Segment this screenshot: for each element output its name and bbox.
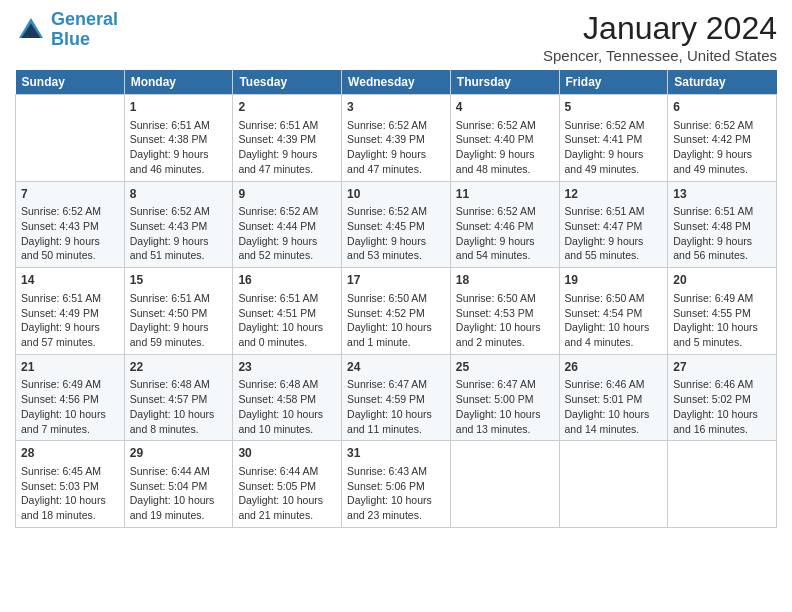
day-info: Sunrise: 6:52 AMSunset: 4:42 PMDaylight:… xyxy=(673,118,771,177)
day-number: 22 xyxy=(130,359,228,376)
day-number: 12 xyxy=(565,186,663,203)
day-info: Sunrise: 6:51 AMSunset: 4:49 PMDaylight:… xyxy=(21,291,119,350)
week-row-2: 7Sunrise: 6:52 AMSunset: 4:43 PMDaylight… xyxy=(16,181,777,268)
day-number: 16 xyxy=(238,272,336,289)
table-cell xyxy=(16,95,125,182)
table-cell: 17Sunrise: 6:50 AMSunset: 4:52 PMDayligh… xyxy=(342,268,451,355)
header-sunday: Sunday xyxy=(16,70,125,95)
week-row-3: 14Sunrise: 6:51 AMSunset: 4:49 PMDayligh… xyxy=(16,268,777,355)
table-cell: 20Sunrise: 6:49 AMSunset: 4:55 PMDayligh… xyxy=(668,268,777,355)
day-info: Sunrise: 6:47 AMSunset: 5:00 PMDaylight:… xyxy=(456,377,554,436)
calendar-table: Sunday Monday Tuesday Wednesday Thursday… xyxy=(15,70,777,528)
day-number: 20 xyxy=(673,272,771,289)
day-info: Sunrise: 6:44 AMSunset: 5:05 PMDaylight:… xyxy=(238,464,336,523)
table-cell xyxy=(559,441,668,528)
day-number: 29 xyxy=(130,445,228,462)
table-cell: 25Sunrise: 6:47 AMSunset: 5:00 PMDayligh… xyxy=(450,354,559,441)
table-cell: 23Sunrise: 6:48 AMSunset: 4:58 PMDayligh… xyxy=(233,354,342,441)
table-cell: 1Sunrise: 6:51 AMSunset: 4:38 PMDaylight… xyxy=(124,95,233,182)
day-info: Sunrise: 6:43 AMSunset: 5:06 PMDaylight:… xyxy=(347,464,445,523)
day-number: 27 xyxy=(673,359,771,376)
day-info: Sunrise: 6:50 AMSunset: 4:52 PMDaylight:… xyxy=(347,291,445,350)
day-number: 15 xyxy=(130,272,228,289)
day-info: Sunrise: 6:51 AMSunset: 4:51 PMDaylight:… xyxy=(238,291,336,350)
day-number: 10 xyxy=(347,186,445,203)
day-info: Sunrise: 6:49 AMSunset: 4:55 PMDaylight:… xyxy=(673,291,771,350)
day-info: Sunrise: 6:48 AMSunset: 4:58 PMDaylight:… xyxy=(238,377,336,436)
header-monday: Monday xyxy=(124,70,233,95)
header-saturday: Saturday xyxy=(668,70,777,95)
day-number: 26 xyxy=(565,359,663,376)
table-cell xyxy=(668,441,777,528)
header-thursday: Thursday xyxy=(450,70,559,95)
day-info: Sunrise: 6:50 AMSunset: 4:53 PMDaylight:… xyxy=(456,291,554,350)
day-number: 4 xyxy=(456,99,554,116)
table-cell: 22Sunrise: 6:48 AMSunset: 4:57 PMDayligh… xyxy=(124,354,233,441)
table-cell: 16Sunrise: 6:51 AMSunset: 4:51 PMDayligh… xyxy=(233,268,342,355)
logo: GeneralBlue xyxy=(15,10,118,50)
location: Spencer, Tennessee, United States xyxy=(543,47,777,64)
day-number: 18 xyxy=(456,272,554,289)
week-row-1: 1Sunrise: 6:51 AMSunset: 4:38 PMDaylight… xyxy=(16,95,777,182)
header-tuesday: Tuesday xyxy=(233,70,342,95)
day-info: Sunrise: 6:51 AMSunset: 4:38 PMDaylight:… xyxy=(130,118,228,177)
week-row-5: 28Sunrise: 6:45 AMSunset: 5:03 PMDayligh… xyxy=(16,441,777,528)
page-header: GeneralBlue January 2024 Spencer, Tennes… xyxy=(15,10,777,64)
day-info: Sunrise: 6:45 AMSunset: 5:03 PMDaylight:… xyxy=(21,464,119,523)
day-info: Sunrise: 6:51 AMSunset: 4:48 PMDaylight:… xyxy=(673,204,771,263)
day-info: Sunrise: 6:52 AMSunset: 4:39 PMDaylight:… xyxy=(347,118,445,177)
day-number: 11 xyxy=(456,186,554,203)
table-cell: 11Sunrise: 6:52 AMSunset: 4:46 PMDayligh… xyxy=(450,181,559,268)
day-number: 17 xyxy=(347,272,445,289)
day-info: Sunrise: 6:49 AMSunset: 4:56 PMDaylight:… xyxy=(21,377,119,436)
table-cell: 6Sunrise: 6:52 AMSunset: 4:42 PMDaylight… xyxy=(668,95,777,182)
day-number: 14 xyxy=(21,272,119,289)
day-number: 8 xyxy=(130,186,228,203)
day-info: Sunrise: 6:48 AMSunset: 4:57 PMDaylight:… xyxy=(130,377,228,436)
header-wednesday: Wednesday xyxy=(342,70,451,95)
day-info: Sunrise: 6:46 AMSunset: 5:01 PMDaylight:… xyxy=(565,377,663,436)
day-info: Sunrise: 6:46 AMSunset: 5:02 PMDaylight:… xyxy=(673,377,771,436)
day-info: Sunrise: 6:52 AMSunset: 4:45 PMDaylight:… xyxy=(347,204,445,263)
table-cell: 3Sunrise: 6:52 AMSunset: 4:39 PMDaylight… xyxy=(342,95,451,182)
table-cell: 21Sunrise: 6:49 AMSunset: 4:56 PMDayligh… xyxy=(16,354,125,441)
table-cell: 13Sunrise: 6:51 AMSunset: 4:48 PMDayligh… xyxy=(668,181,777,268)
table-cell: 15Sunrise: 6:51 AMSunset: 4:50 PMDayligh… xyxy=(124,268,233,355)
day-info: Sunrise: 6:47 AMSunset: 4:59 PMDaylight:… xyxy=(347,377,445,436)
table-cell: 30Sunrise: 6:44 AMSunset: 5:05 PMDayligh… xyxy=(233,441,342,528)
day-info: Sunrise: 6:52 AMSunset: 4:43 PMDaylight:… xyxy=(21,204,119,263)
day-number: 25 xyxy=(456,359,554,376)
table-cell: 10Sunrise: 6:52 AMSunset: 4:45 PMDayligh… xyxy=(342,181,451,268)
day-info: Sunrise: 6:52 AMSunset: 4:44 PMDaylight:… xyxy=(238,204,336,263)
month-title: January 2024 xyxy=(543,10,777,47)
table-cell: 14Sunrise: 6:51 AMSunset: 4:49 PMDayligh… xyxy=(16,268,125,355)
table-cell: 31Sunrise: 6:43 AMSunset: 5:06 PMDayligh… xyxy=(342,441,451,528)
day-info: Sunrise: 6:52 AMSunset: 4:41 PMDaylight:… xyxy=(565,118,663,177)
table-cell: 8Sunrise: 6:52 AMSunset: 4:43 PMDaylight… xyxy=(124,181,233,268)
table-cell: 24Sunrise: 6:47 AMSunset: 4:59 PMDayligh… xyxy=(342,354,451,441)
table-cell: 7Sunrise: 6:52 AMSunset: 4:43 PMDaylight… xyxy=(16,181,125,268)
day-number: 21 xyxy=(21,359,119,376)
day-number: 6 xyxy=(673,99,771,116)
day-number: 30 xyxy=(238,445,336,462)
day-number: 2 xyxy=(238,99,336,116)
table-cell: 4Sunrise: 6:52 AMSunset: 4:40 PMDaylight… xyxy=(450,95,559,182)
table-cell: 2Sunrise: 6:51 AMSunset: 4:39 PMDaylight… xyxy=(233,95,342,182)
header-row: Sunday Monday Tuesday Wednesday Thursday… xyxy=(16,70,777,95)
day-number: 1 xyxy=(130,99,228,116)
week-row-4: 21Sunrise: 6:49 AMSunset: 4:56 PMDayligh… xyxy=(16,354,777,441)
day-number: 28 xyxy=(21,445,119,462)
day-number: 5 xyxy=(565,99,663,116)
day-number: 9 xyxy=(238,186,336,203)
table-cell: 28Sunrise: 6:45 AMSunset: 5:03 PMDayligh… xyxy=(16,441,125,528)
day-info: Sunrise: 6:52 AMSunset: 4:46 PMDaylight:… xyxy=(456,204,554,263)
table-cell: 12Sunrise: 6:51 AMSunset: 4:47 PMDayligh… xyxy=(559,181,668,268)
day-info: Sunrise: 6:50 AMSunset: 4:54 PMDaylight:… xyxy=(565,291,663,350)
day-number: 24 xyxy=(347,359,445,376)
title-block: January 2024 Spencer, Tennessee, United … xyxy=(543,10,777,64)
day-info: Sunrise: 6:51 AMSunset: 4:47 PMDaylight:… xyxy=(565,204,663,263)
day-number: 23 xyxy=(238,359,336,376)
table-cell: 27Sunrise: 6:46 AMSunset: 5:02 PMDayligh… xyxy=(668,354,777,441)
logo-icon xyxy=(15,14,47,46)
day-info: Sunrise: 6:51 AMSunset: 4:39 PMDaylight:… xyxy=(238,118,336,177)
